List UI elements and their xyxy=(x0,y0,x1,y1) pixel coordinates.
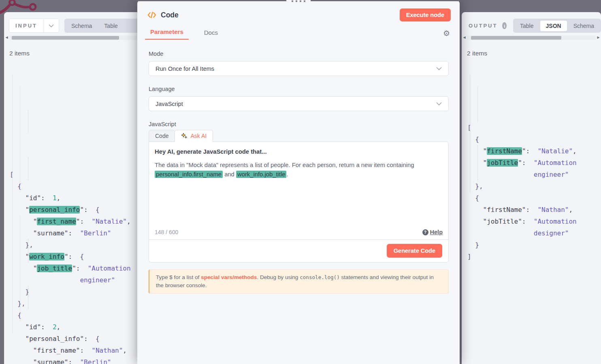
mode-value: Run Once for All Items xyxy=(156,66,214,72)
editor-tabs: Code Ask AI xyxy=(149,130,449,142)
json-line: } xyxy=(10,286,142,298)
json-line: engineer" xyxy=(467,169,601,180)
tab-schema[interactable]: Schema xyxy=(568,21,600,31)
json-line: "firstName": "Nathan", xyxy=(467,204,601,216)
input-display-tabs: Schema Table xyxy=(64,19,142,33)
json-line: "personal_info": { xyxy=(10,333,142,345)
json-line: designer" xyxy=(467,227,601,239)
help-link[interactable]: ? Help xyxy=(422,229,443,235)
hint-callout: Type $ for a list of special vars/method… xyxy=(149,269,449,294)
special-vars-link[interactable]: special vars/methods xyxy=(201,274,257,280)
modal-tabs: Parameters Docs ⚙ xyxy=(137,28,460,40)
indent-guide xyxy=(12,75,13,333)
language-label: Language xyxy=(149,86,449,92)
input-items-count: 2 items xyxy=(9,50,142,57)
hint-text: . Debug by using xyxy=(257,274,300,280)
scroll-left-icon[interactable]: ◀ xyxy=(4,35,9,40)
char-counter: 148 / 600 xyxy=(155,229,178,235)
language-value: JavaScript xyxy=(156,101,183,107)
scrollbar-thumb[interactable] xyxy=(12,36,119,40)
indent-guide xyxy=(28,286,28,309)
json-line: { xyxy=(10,180,142,192)
chevron-down-icon xyxy=(436,67,442,70)
json-line: "first_name": "Nathan", xyxy=(10,345,142,356)
help-label: Help xyxy=(430,229,443,235)
ask-ai-prompt-box: Hey AI, generate JavaScript code that...… xyxy=(149,142,449,262)
indent-guide xyxy=(470,75,470,192)
json-line: "surname": "Berlin" xyxy=(10,227,142,239)
scroll-left-icon[interactable]: ◀ xyxy=(462,35,467,40)
tab-schema[interactable]: Schema xyxy=(66,21,98,31)
output-scrollbar[interactable]: ◀ ▶ xyxy=(462,35,601,40)
scroll-right-icon[interactable]: ▶ xyxy=(596,35,601,40)
generate-code-button[interactable]: Generate Code xyxy=(387,244,442,258)
json-line: "firstName": "Natalie", xyxy=(467,145,601,157)
json-line: }, xyxy=(467,180,601,192)
json-line: engineer" xyxy=(10,274,142,286)
gear-icon[interactable]: ⚙ xyxy=(443,30,450,40)
json-line: [ xyxy=(467,122,601,133)
json-line: "personal_info": { xyxy=(10,204,142,216)
indent-guide xyxy=(28,239,28,262)
tab-table[interactable]: Table xyxy=(98,21,123,31)
json-line: [ xyxy=(10,169,142,180)
json-line: "work_info": { xyxy=(10,251,142,262)
node-title: Code xyxy=(161,11,179,19)
tab-docs[interactable]: Docs xyxy=(199,29,223,40)
json-line: "jobTitle": "Automation xyxy=(467,216,601,227)
modal-body: Mode Run Once for All Items Language Jav… xyxy=(137,40,460,294)
output-panel-header: OUTPUT i Table JSON Schema xyxy=(462,12,601,33)
json-line: ] xyxy=(467,251,601,262)
json-line: }, xyxy=(10,239,142,251)
json-line: "first_name": "Natalie", xyxy=(10,216,142,227)
output-display-tabs: Table JSON Schema xyxy=(513,19,601,33)
output-panel: OUTPUT i Table JSON Schema ◀ ▶ 2 items [… xyxy=(462,12,601,364)
info-icon[interactable]: i xyxy=(502,22,507,29)
drag-handle-dot xyxy=(300,0,301,2)
tab-ask-ai[interactable]: Ask AI xyxy=(175,130,213,142)
tab-ask-ai-label: Ask AI xyxy=(190,133,207,139)
drag-handle[interactable] xyxy=(286,0,311,3)
editor-label: JavaScript xyxy=(149,121,449,127)
ask-ai-prompt-input[interactable]: Hey AI, generate JavaScript code that...… xyxy=(149,142,448,239)
input-node-selector[interactable]: INPUT xyxy=(9,19,59,33)
drag-handle-dot xyxy=(292,0,293,2)
execute-node-button[interactable]: Execute node xyxy=(400,8,451,21)
code-node-modal: Code Execute node Parameters Docs ⚙ Mode… xyxy=(137,0,460,364)
json-line: "id": 1, xyxy=(10,192,142,204)
output-items-count: 2 items xyxy=(467,50,601,57)
help-icon: ? xyxy=(422,229,428,235)
chevron-down-icon[interactable] xyxy=(43,19,59,32)
input-json-tree[interactable]: [ { "id": 1, "personal_info": { "first_n… xyxy=(4,63,142,364)
sparkles-icon xyxy=(181,133,188,139)
scrollbar-track[interactable] xyxy=(9,36,141,40)
prompt-footer: 148 / 600 ? Help xyxy=(155,229,443,235)
mode-label: Mode xyxy=(149,51,449,57)
mode-select[interactable]: Run Once for All Items xyxy=(149,61,449,76)
json-line: { xyxy=(10,309,142,321)
json-line: "job_title": "Automation xyxy=(10,262,142,274)
input-title: INPUT xyxy=(9,19,43,32)
input-panel-header: INPUT Schema Table xyxy=(4,12,142,33)
workflow-canvas: INPUT Schema Table ◀ 2 items [ { "id": xyxy=(0,0,601,364)
tab-code[interactable]: Code xyxy=(149,130,175,142)
indent-guide xyxy=(20,216,20,321)
json-line: { xyxy=(467,133,601,145)
output-json-tree[interactable]: [ { "firstName": "Natalie", "jobTitle": … xyxy=(462,63,601,262)
input-scrollbar[interactable]: ◀ xyxy=(4,35,142,40)
generate-code-row: Generate Code xyxy=(149,239,448,262)
prompt-heading: Hey AI, generate JavaScript code that... xyxy=(155,148,443,155)
json-line: }, xyxy=(10,298,142,309)
tab-json[interactable]: JSON xyxy=(540,21,567,31)
json-line: { xyxy=(467,192,601,204)
scrollbar-thumb[interactable] xyxy=(471,36,561,40)
scrollbar-track[interactable] xyxy=(467,36,596,40)
language-select[interactable]: JavaScript xyxy=(149,96,449,111)
indent-guide xyxy=(20,87,20,192)
field-reference-chip: work_info.job_title xyxy=(236,171,286,178)
tab-table[interactable]: Table xyxy=(514,21,539,31)
drag-handle-dot xyxy=(296,0,297,2)
code-node-icon xyxy=(147,11,156,19)
input-panel: INPUT Schema Table ◀ 2 items [ { "id": xyxy=(4,12,142,364)
tab-parameters[interactable]: Parameters xyxy=(145,28,189,40)
